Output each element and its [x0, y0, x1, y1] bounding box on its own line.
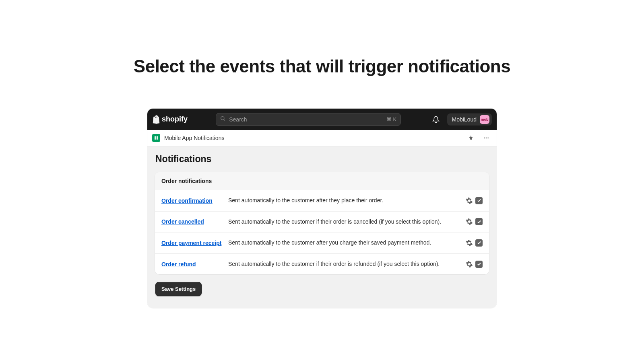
topbar: shopify Search ⌘ K MobiLoud mob	[147, 109, 497, 130]
check-icon	[477, 220, 481, 224]
gear-icon	[466, 261, 473, 268]
row-description: Sent automatically to the customer if th…	[228, 218, 459, 226]
notification-row: Order confirmation Sent automatically to…	[155, 190, 489, 212]
notification-row: Order payment receipt Sent automatically…	[155, 232, 489, 254]
account-menu[interactable]: MobiLoud mob	[447, 113, 492, 125]
notification-row: Order cancelled Sent automatically to th…	[155, 212, 489, 233]
row-settings-button[interactable]	[466, 218, 473, 225]
order-refund-link[interactable]: Order refund	[161, 261, 196, 267]
account-badge: mob	[480, 115, 489, 124]
notifications-group-header: Order notifications	[155, 172, 489, 190]
row-toggle[interactable]	[475, 261, 483, 268]
gear-icon	[466, 197, 473, 204]
app-name: Mobile App Notifications	[164, 135, 224, 141]
svg-point-3	[486, 138, 487, 139]
app-window: shopify Search ⌘ K MobiLoud mob	[147, 109, 497, 308]
search-icon	[220, 116, 226, 123]
topbar-right: MobiLoud mob	[429, 113, 492, 126]
app-icon	[152, 134, 160, 142]
check-icon	[477, 198, 481, 203]
shopify-bag-icon	[152, 115, 160, 124]
search-wrap: Search ⌘ K	[192, 113, 424, 126]
shopify-logo[interactable]: shopify	[152, 115, 188, 124]
svg-point-0	[221, 117, 224, 120]
section-title: Notifications	[155, 154, 489, 165]
row-description: Sent automatically to the customer after…	[228, 239, 459, 247]
search-shortcut: ⌘ K	[386, 116, 396, 122]
content-area: Notifications Order notifications Order …	[147, 146, 497, 308]
order-cancelled-link[interactable]: Order cancelled	[161, 218, 204, 225]
row-settings-button[interactable]	[466, 197, 473, 204]
pin-icon	[468, 135, 474, 141]
more-button[interactable]	[481, 132, 492, 144]
notifications-card: Order notifications Order confirmation S…	[155, 172, 489, 275]
row-description: Sent automatically to the customer after…	[228, 197, 459, 205]
bell-icon	[432, 116, 440, 123]
row-description: Sent automatically to the customer if th…	[228, 260, 459, 268]
gear-icon	[466, 239, 473, 247]
search-input[interactable]: Search ⌘ K	[216, 113, 401, 126]
row-toggle[interactable]	[475, 239, 483, 247]
app-subheader: Mobile App Notifications	[147, 130, 497, 146]
more-horizontal-icon	[483, 135, 489, 141]
page-title: Select the events that will trigger noti…	[0, 56, 644, 76]
order-payment-receipt-link[interactable]: Order payment receipt	[161, 240, 221, 246]
gear-icon	[466, 218, 473, 225]
svg-point-2	[484, 138, 485, 139]
search-placeholder: Search	[229, 116, 386, 123]
check-icon	[477, 241, 481, 245]
notifications-button[interactable]	[429, 113, 442, 126]
check-icon	[477, 262, 481, 266]
notification-row: Order refund Sent automatically to the c…	[155, 254, 489, 275]
row-toggle[interactable]	[475, 218, 483, 225]
save-settings-button[interactable]: Save Settings	[155, 282, 202, 296]
account-name: MobiLoud	[452, 116, 477, 123]
row-settings-button[interactable]	[466, 239, 473, 247]
svg-point-4	[487, 138, 489, 139]
shopify-brand-text: shopify	[162, 115, 188, 123]
svg-line-1	[224, 119, 225, 121]
row-settings-button[interactable]	[466, 261, 473, 268]
order-confirmation-link[interactable]: Order confirmation	[161, 197, 213, 204]
pin-button[interactable]	[465, 132, 477, 144]
row-toggle[interactable]	[475, 197, 483, 204]
